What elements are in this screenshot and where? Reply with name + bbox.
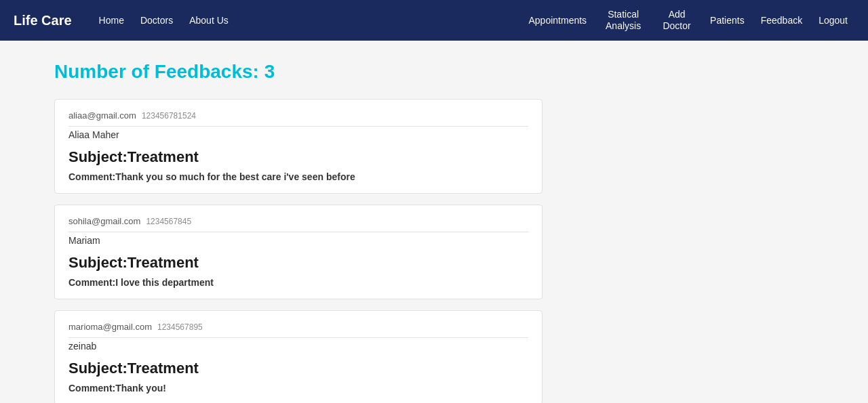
card-phone: 1234567845 — [146, 217, 191, 226]
brand-link[interactable]: Life Care — [14, 13, 72, 28]
nav-about-us[interactable]: About Us — [182, 11, 235, 30]
card-phone: 123456781524 — [142, 111, 196, 121]
card-comment: Comment:I love this department — [68, 277, 528, 288]
comment-label: Comment: — [68, 277, 115, 288]
nav-feedback[interactable]: Feedback — [754, 11, 809, 30]
feedback-card: sohila@gmail.com 1234567845 Mariam Subje… — [54, 205, 542, 299]
navbar: Life Care Home Doctors About Us Appointm… — [0, 0, 868, 41]
card-email: sohila@gmail.com — [68, 216, 140, 226]
card-comment: Comment:Thank you! — [68, 383, 528, 394]
card-header: sohila@gmail.com 1234567845 — [68, 216, 528, 232]
card-subject: Subject:Treatment — [68, 254, 528, 272]
comment-text: Thank you! — [115, 383, 166, 394]
page-title: Number of Feedbacks: 3 — [54, 61, 556, 83]
card-header: marioma@gmail.com 1234567895 — [68, 322, 528, 338]
card-name: Aliaa Maher — [68, 129, 528, 140]
comment-text: Thank you so much for the best care i've… — [115, 171, 355, 182]
card-name: zeinab — [68, 341, 528, 352]
feedback-card: aliaa@gmail.com 123456781524 Aliaa Maher… — [54, 99, 542, 194]
card-header: aliaa@gmail.com 123456781524 — [68, 110, 528, 127]
nav-statical-analysis[interactable]: Statical Analysis — [596, 5, 650, 36]
nav-home[interactable]: Home — [92, 11, 131, 30]
card-comment: Comment:Thank you so much for the best c… — [68, 171, 528, 182]
nav-appointments[interactable]: Appointments — [521, 11, 593, 30]
feedback-card: marioma@gmail.com 1234567895 zeinab Subj… — [54, 310, 542, 403]
comment-label: Comment: — [68, 171, 115, 182]
card-subject: Subject:Treatment — [68, 148, 528, 166]
nav-add-doctor[interactable]: Add Doctor — [653, 5, 701, 36]
card-email: marioma@gmail.com — [68, 322, 152, 332]
comment-label: Comment: — [68, 383, 115, 394]
nav-doctors[interactable]: Doctors — [134, 11, 180, 30]
card-phone: 1234567895 — [157, 322, 203, 332]
nav-left: Home Doctors About Us — [92, 11, 235, 30]
card-email: aliaa@gmail.com — [68, 110, 136, 121]
main-content: Number of Feedbacks: 3 aliaa@gmail.com 1… — [0, 41, 610, 403]
card-name: Mariam — [68, 235, 528, 246]
comment-text: I love this department — [115, 277, 214, 288]
nav-logout[interactable]: Logout — [812, 11, 854, 30]
nav-right: Appointments Statical Analysis Add Docto… — [521, 5, 854, 36]
nav-patients[interactable]: Patients — [703, 11, 751, 30]
card-subject: Subject:Treatment — [68, 360, 528, 377]
